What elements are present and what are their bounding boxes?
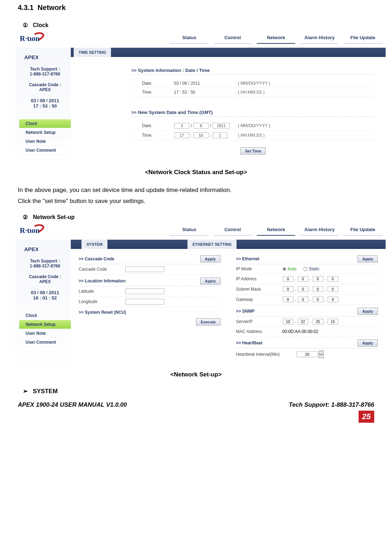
ip-octet[interactable]: 0: [298, 276, 308, 282]
nav-status[interactable]: Status: [170, 32, 208, 44]
execute-button[interactable]: Execute: [196, 318, 220, 326]
snmp-apply-button[interactable]: Apply: [357, 308, 378, 315]
location-head: >> Location Infomation: [79, 278, 126, 283]
tab-ethernet-setting[interactable]: ETHERNET SETTING: [187, 240, 237, 249]
spinner-up-icon[interactable]: ˆ: [319, 350, 324, 354]
ip-octet[interactable]: 0: [298, 286, 308, 292]
menu-user-note[interactable]: User Note: [19, 329, 71, 338]
sidebar-datetime-2: 03 / 08 / 2011 18 : 01 : 52: [19, 290, 71, 301]
menu-user-note[interactable]: User Note: [19, 137, 71, 146]
ip-octet[interactable]: 25: [313, 319, 323, 324]
time-sec-input[interactable]: 1: [213, 132, 228, 138]
gateway-label: Gateway: [236, 297, 282, 302]
footer: APEX 1900-24 USER MANUAL V1.0.00 Tech Su…: [18, 401, 374, 408]
gateway-input[interactable]: 0 . 0 . 0 . 0: [282, 297, 339, 302]
ip-octet[interactable]: 0: [313, 286, 323, 292]
ip-octet[interactable]: 0: [283, 276, 293, 282]
server-ip-input[interactable]: 10 . 22 . 25 . 15: [282, 319, 339, 324]
latitude-input[interactable]: [125, 288, 164, 294]
date-day-input[interactable]: 8: [194, 123, 208, 129]
ip-octet[interactable]: 22: [298, 319, 308, 324]
nav-alarm-history[interactable]: Alarm History: [300, 224, 339, 236]
ip-octet[interactable]: 0: [328, 286, 338, 292]
ip-mode-static-label: Static: [309, 266, 319, 271]
menu-clock[interactable]: Clock: [19, 311, 71, 320]
set-time-button[interactable]: Set Time: [240, 147, 266, 155]
menu-clock[interactable]: Clock: [19, 119, 71, 128]
cascade-head: >> Cascade Code: [79, 256, 114, 261]
radio-dot-icon: [282, 267, 286, 271]
cascade-apply-button[interactable]: Apply: [200, 255, 221, 262]
ui-header-2: R·tıon Status Control Network Alarm Hist…: [16, 221, 386, 240]
screenshot-network-setup: R·tıon Status Control Network Alarm Hist…: [16, 221, 386, 368]
tab-bar-2: SYSTEM ETHERNET SETTING: [71, 240, 386, 249]
heartbeat-interval-input[interactable]: 20: [297, 351, 318, 357]
section-system-info: >> System Information : Date / Time: [131, 68, 375, 75]
time-hint: ( HH:MM:SS ): [238, 90, 265, 95]
ip-mode-auto-radio[interactable]: Auto: [282, 266, 297, 271]
ip-octet[interactable]: 0: [328, 276, 338, 282]
ip-octet[interactable]: 0: [298, 297, 308, 302]
logo-rtion-icon: R·tıon: [19, 31, 51, 44]
nav-network[interactable]: Network: [257, 224, 295, 236]
top-nav: Status Control Network Alarm History Fil…: [170, 32, 382, 44]
ip-mode-label: IP Mode: [236, 266, 282, 271]
subitem-2-marker: ②: [23, 214, 28, 220]
sidebar-tech-label: Tech Support :: [19, 67, 71, 72]
nav-status[interactable]: Status: [170, 224, 208, 236]
menu-user-comment[interactable]: User Comment: [19, 146, 71, 155]
ip-octet[interactable]: 0: [313, 297, 323, 302]
menu-network-setup[interactable]: Network Setup: [19, 128, 71, 137]
sidebar-tech: Tech Support : 1-888-317-8766: [19, 67, 71, 77]
mac-address-value: 00:0D:AA:00:00:02: [282, 329, 318, 334]
heartbeat-apply-button[interactable]: Apply: [357, 339, 378, 347]
date-year-input[interactable]: 2011: [213, 123, 230, 129]
nav-file-update[interactable]: File Update: [344, 32, 382, 44]
ip-octet[interactable]: 0: [283, 286, 293, 292]
ip-octet[interactable]: 10: [283, 319, 293, 324]
section-new-datetime: >> New System Date and Time (GMT): [131, 110, 375, 117]
time-hour-input[interactable]: 17: [174, 132, 189, 138]
nav-control[interactable]: Control: [213, 32, 252, 44]
sidebar: APEX Tech Support : 1-888-317-8766 Casca…: [16, 48, 71, 165]
tab-system[interactable]: SYSTEM: [81, 240, 107, 249]
sidebar-date: 03 / 08 / 2011: [19, 290, 71, 295]
spinner-down-icon[interactable]: ˇ: [319, 354, 324, 358]
screenshot-clock: R·tıon Status Control Network Alarm Hist…: [16, 29, 386, 165]
ethernet-column: >> Ethernet Apply IP Mode Auto Stat: [228, 249, 386, 364]
cascade-code-input[interactable]: [125, 266, 164, 272]
location-apply-button[interactable]: Apply: [200, 277, 221, 285]
date-month-input[interactable]: 3: [174, 123, 189, 129]
sidebar-title: APEX: [24, 246, 71, 252]
subitem-2: ② Network Set-up: [23, 214, 374, 220]
date-hint: ( MM/DD/YYYY ): [238, 81, 270, 86]
nav-alarm-history[interactable]: Alarm History: [300, 32, 339, 44]
ip-octet[interactable]: 0: [283, 297, 293, 302]
menu-user-comment[interactable]: User Comment: [19, 338, 71, 347]
tab-time-setting[interactable]: TIME SETTING: [74, 48, 111, 57]
subnet-mask-input[interactable]: 0 . 0 . 0 . 0: [282, 286, 339, 292]
menu-network-setup[interactable]: Network Setup: [19, 320, 71, 329]
latitude-label: Latitude: [79, 289, 125, 294]
section-name: Network: [38, 4, 66, 11]
system-column: >> Cascade Code Apply Cascade Code >> Lo…: [71, 249, 228, 364]
sidebar-cascade: Cascade Code : APEX: [19, 274, 71, 284]
longitude-input[interactable]: [125, 299, 164, 304]
sidebar-2: APEX Tech Support : 1-888-317-8766 Casca…: [16, 240, 71, 368]
nav-control[interactable]: Control: [213, 224, 252, 236]
ip-octet[interactable]: 0: [313, 276, 323, 282]
sidebar-datetime: 03 / 08 / 2011 17 : 53 : 50: [19, 98, 71, 109]
ip-octet[interactable]: 0: [328, 297, 338, 302]
nav-network[interactable]: Network: [257, 32, 295, 44]
ip-octet[interactable]: 15: [328, 319, 338, 324]
ethernet-apply-button[interactable]: Apply: [357, 255, 378, 262]
new-date-hint: ( MM/DD/YYYY ): [238, 123, 270, 128]
body-para-1: In the above page, you can set device ti…: [18, 185, 374, 195]
heartbeat-interval-spinner[interactable]: 20 ˆ ˇ: [297, 350, 324, 358]
sidebar-cascade-value: APEX: [19, 279, 71, 284]
footer-right: Tech Support: 1-888-317-8766: [289, 401, 374, 408]
nav-file-update[interactable]: File Update: [344, 224, 382, 236]
ip-address-input[interactable]: 0 . 0 . 0 . 0: [282, 276, 339, 282]
time-min-input[interactable]: 53: [194, 132, 208, 138]
ip-mode-static-radio[interactable]: Static: [303, 266, 319, 271]
